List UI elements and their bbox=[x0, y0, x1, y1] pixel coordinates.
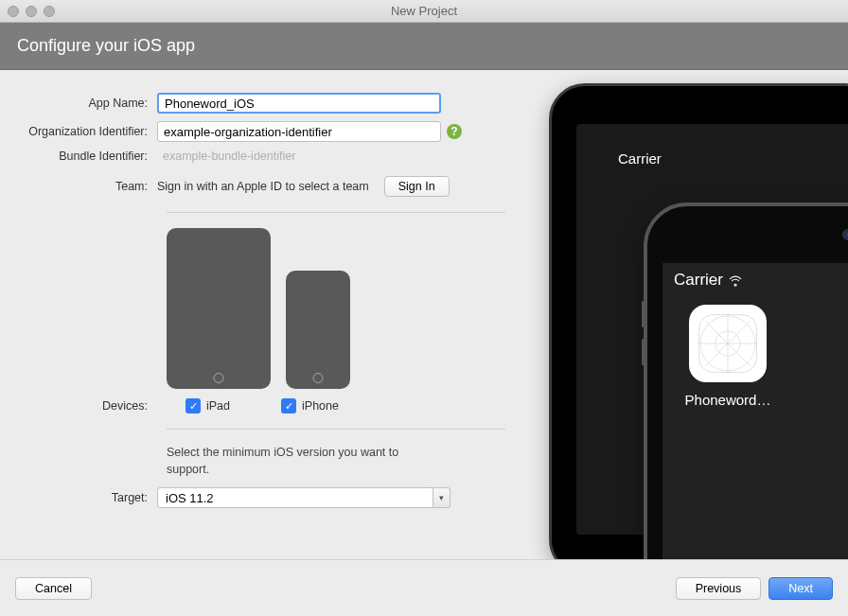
app-name-input[interactable] bbox=[157, 93, 441, 114]
app-label-preview: Phoneword… bbox=[676, 392, 780, 408]
carrier-label: Carrier bbox=[674, 271, 723, 290]
page-banner: Configure your iOS app bbox=[0, 23, 848, 70]
wifi-icon bbox=[729, 273, 742, 287]
camera-icon bbox=[842, 229, 848, 240]
target-hint: Select the minimum iOS version you want … bbox=[167, 445, 432, 478]
app-icon-preview bbox=[689, 305, 767, 382]
help-icon[interactable]: ? bbox=[447, 124, 462, 139]
chevron-down-icon: ▾ bbox=[433, 487, 450, 508]
previous-button[interactable]: Previous bbox=[676, 577, 762, 600]
carrier-label: Carrier bbox=[618, 150, 662, 167]
next-button[interactable]: Next bbox=[768, 577, 833, 600]
preview-panel: Carrier Carrier bbox=[521, 70, 848, 559]
window-titlebar: New Project bbox=[0, 0, 848, 23]
separator bbox=[167, 429, 505, 430]
device-selector bbox=[167, 228, 505, 389]
target-label: Target: bbox=[15, 491, 157, 504]
sign-in-button[interactable]: Sign In bbox=[384, 176, 450, 197]
org-id-label: Organization Identifier: bbox=[15, 125, 157, 138]
bundle-id-value: example-bundle-identifier bbox=[157, 150, 295, 163]
ipad-checkbox-label: iPad bbox=[206, 399, 230, 413]
ipad-device-icon[interactable] bbox=[167, 228, 271, 389]
footer: Cancel Previous Next bbox=[0, 559, 848, 616]
separator bbox=[167, 212, 505, 213]
devices-label: Devices: bbox=[15, 399, 157, 413]
team-hint: Sign in with an Apple ID to select a tea… bbox=[157, 180, 369, 193]
window-title: New Project bbox=[0, 4, 848, 18]
ipad-checkbox[interactable]: ✓ bbox=[186, 398, 201, 414]
iphone-checkbox[interactable]: ✓ bbox=[281, 398, 296, 414]
app-name-label: App Name: bbox=[15, 97, 157, 110]
org-id-input[interactable] bbox=[157, 121, 441, 142]
cancel-button[interactable]: Cancel bbox=[15, 577, 92, 600]
bundle-id-label: Bundle Identifier: bbox=[15, 150, 157, 163]
target-select[interactable]: iOS 11.2 ▾ bbox=[157, 487, 450, 508]
target-select-value: iOS 11.2 bbox=[157, 487, 433, 508]
iphone-device-icon[interactable] bbox=[286, 271, 350, 389]
page-title: Configure your iOS app bbox=[17, 36, 195, 55]
team-label: Team: bbox=[15, 180, 157, 193]
form-panel: App Name: Organization Identifier: ? Bun… bbox=[0, 70, 521, 559]
iphone-preview: Carrier Phoneword… bbox=[644, 202, 848, 559]
iphone-checkbox-label: iPhone bbox=[302, 399, 339, 413]
